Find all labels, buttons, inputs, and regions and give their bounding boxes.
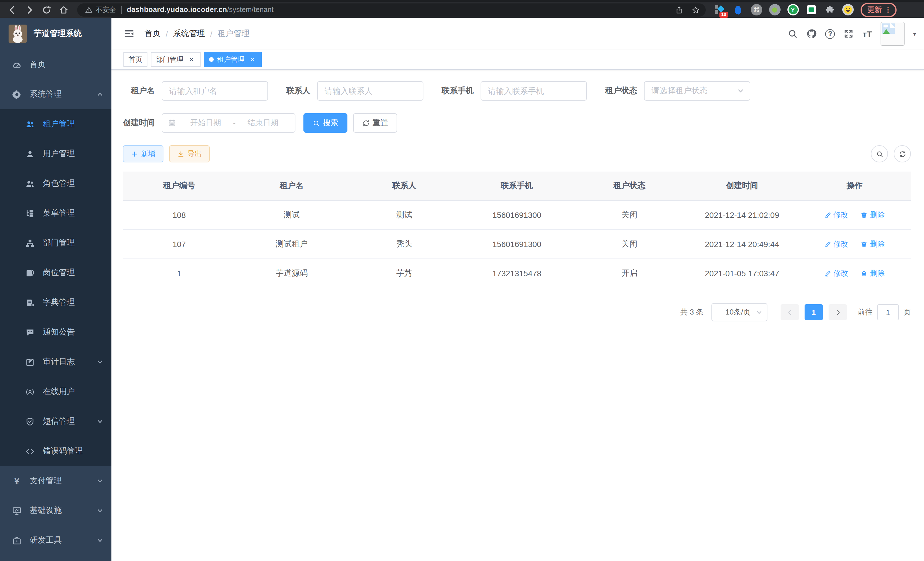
table-toolbar: 新增 导出 (123, 145, 911, 162)
sidebar-item-notice[interactable]: 通知公告 (0, 317, 111, 347)
sidebar-item-error-code[interactable]: 错误码管理 (0, 436, 111, 466)
browser-update-button[interactable]: 更新 ⋮ (861, 3, 897, 17)
goto-label: 前往 (858, 307, 873, 317)
contact-input[interactable] (317, 81, 423, 101)
edit-link[interactable]: 修改 (824, 268, 848, 278)
share-icon[interactable] (675, 5, 683, 14)
sidebar-item-sms[interactable]: 短信管理 (0, 407, 111, 436)
breadcrumb-system[interactable]: 系统管理 (173, 29, 205, 39)
pagination-total: 共 3 条 (680, 307, 704, 317)
delete-link[interactable]: 删除 (861, 239, 885, 249)
toggle-search-button[interactable] (871, 145, 888, 162)
help-icon[interactable]: ? (825, 29, 835, 39)
add-button[interactable]: 新增 (123, 145, 164, 162)
sidebar-menu: 首页 系统管理 租户管理 用户管理 (0, 50, 111, 555)
tag-home[interactable]: 首页 (123, 52, 147, 67)
filter-tenant-name: 租户名 (131, 81, 268, 101)
refresh-table-button[interactable] (894, 145, 911, 162)
sidebar-item-devtools[interactable]: 研发工具 (0, 526, 111, 555)
edit-link[interactable]: 修改 (824, 210, 848, 220)
update-label: 更新 (867, 5, 882, 15)
page-size-select[interactable]: 10条/页 (711, 303, 767, 321)
avatar-caret-icon[interactable]: ▾ (913, 31, 916, 37)
sidebar-item-dict[interactable]: 字典管理 (0, 288, 111, 317)
sidebar-item-payment[interactable]: ¥ 支付管理 (0, 466, 111, 496)
y-glyph: Y (791, 7, 795, 13)
header-search-icon[interactable] (788, 29, 798, 39)
sidebar-item-label: 部门管理 (43, 238, 104, 248)
date-range-picker[interactable]: 开始日期 - 结束日期 (162, 113, 296, 133)
fullscreen-icon[interactable] (844, 29, 854, 39)
extension-chat-icon[interactable] (805, 4, 817, 16)
sidebar-item-audit-log[interactable]: 审计日志 (0, 347, 111, 377)
status-select[interactable]: 请选择租户状态 (644, 81, 750, 101)
sidebar-item-role[interactable]: 角色管理 (0, 169, 111, 199)
extensions-puzzle-icon[interactable] (824, 4, 836, 16)
col-contact: 联系人 (348, 171, 460, 200)
github-icon[interactable] (807, 29, 817, 39)
sidebar-item-user[interactable]: 用户管理 (0, 139, 111, 169)
extension-command-icon[interactable]: ⌘ (750, 4, 762, 16)
export-button[interactable]: 导出 (169, 145, 210, 162)
sidebar-item-post[interactable]: 岗位管理 (0, 258, 111, 288)
browser-reload-icon[interactable] (42, 5, 51, 15)
user-avatar[interactable] (880, 22, 904, 46)
app-logo[interactable]: 芋道管理系统 (0, 18, 111, 50)
sidebar-item-label: 基础设施 (30, 505, 88, 516)
export-button-label: 导出 (188, 149, 202, 159)
browser-back-icon[interactable] (8, 5, 17, 15)
navbar-right: ? тT ▾ (788, 22, 916, 46)
mobile-input[interactable] (481, 81, 587, 101)
sidebar-item-menu[interactable]: 菜单管理 (0, 199, 111, 228)
tag-close-icon[interactable]: × (249, 56, 256, 63)
address-bar[interactable]: 不安全 dashboard.yudao.iocoder.cn/system/te… (77, 3, 706, 16)
edit-link[interactable]: 修改 (824, 239, 848, 249)
browser-menu-icon[interactable]: ⋮ (885, 6, 891, 14)
tag-close-icon[interactable]: × (188, 56, 195, 63)
sitemap-icon (25, 238, 35, 248)
sidebar-item-infra[interactable]: 基础设施 (0, 496, 111, 526)
collapse-sidebar-icon[interactable] (123, 28, 135, 39)
tag-label: 首页 (129, 55, 142, 64)
sidebar-item-home[interactable]: 首页 (0, 50, 111, 80)
font-size-icon[interactable]: тT (862, 29, 872, 39)
browser-forward-icon[interactable] (25, 5, 34, 15)
delete-label: 删除 (870, 268, 885, 278)
sidebar-item-dept[interactable]: 部门管理 (0, 228, 111, 258)
extensions-area: 10 ⌘ Y (714, 4, 854, 16)
chevron-up-icon (97, 91, 104, 98)
delete-link[interactable]: 删除 (861, 268, 885, 278)
active-tag-dot (209, 57, 214, 62)
extension-y-logo-icon[interactable]: Y (787, 4, 799, 16)
goto-page-input[interactable] (877, 304, 899, 320)
reset-button-label: 重置 (373, 118, 388, 128)
delete-link[interactable]: 删除 (861, 210, 885, 220)
breadcrumb-home[interactable]: 首页 (145, 29, 160, 39)
tag-dept[interactable]: 部门管理 × (151, 52, 201, 67)
monitor-icon (12, 506, 22, 516)
cell-status: 开启 (573, 259, 686, 288)
sidebar-item-tenant[interactable]: 租户管理 (0, 109, 111, 139)
contact-label: 联系人 (286, 86, 310, 96)
prev-page-button[interactable] (781, 304, 799, 320)
yuan-icon: ¥ (12, 476, 22, 486)
cell-actions: 修改 删除 (798, 200, 911, 230)
bookmark-star-icon[interactable] (692, 5, 700, 14)
page-number-1[interactable]: 1 (805, 304, 823, 320)
extension-diamond-icon[interactable]: 10 (714, 4, 726, 16)
mobile-label: 联系手机 (442, 86, 474, 96)
chevron-down-icon (97, 537, 104, 544)
sidebar-item-system[interactable]: 系统管理 (0, 80, 111, 109)
search-button[interactable]: 搜索 (303, 113, 347, 133)
col-tenant-name: 租户名 (236, 171, 348, 200)
tag-tenant-active[interactable]: 租户管理 × (204, 52, 262, 67)
browser-home-icon[interactable] (59, 5, 69, 15)
extension-record-icon[interactable] (769, 4, 781, 16)
extension-pin-icon[interactable] (732, 4, 744, 16)
reset-button[interactable]: 重置 (353, 113, 397, 133)
sidebar-item-online-users[interactable]: 在线用户 (0, 377, 111, 407)
next-page-button[interactable] (829, 304, 847, 320)
profile-avatar-icon[interactable] (842, 4, 854, 16)
tenant-name-input[interactable] (162, 81, 268, 101)
chevron-down-icon (97, 507, 104, 514)
